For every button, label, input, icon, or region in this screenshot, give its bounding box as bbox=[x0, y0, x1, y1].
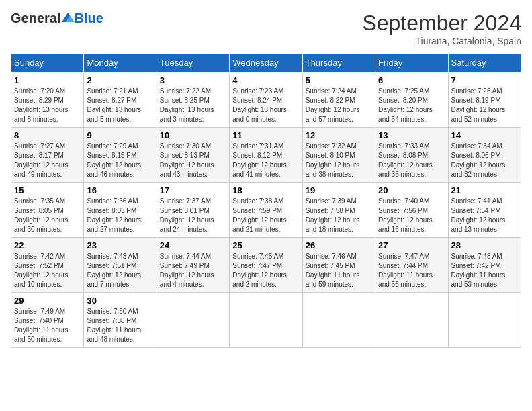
day-info: Sunrise: 7:45 AMSunset: 7:47 PMDaylight:… bbox=[232, 252, 299, 289]
day-info: Sunrise: 7:36 AMSunset: 8:03 PMDaylight:… bbox=[87, 197, 153, 234]
day-cell-11: 11Sunrise: 7:31 AMSunset: 8:12 PMDayligh… bbox=[230, 128, 302, 183]
day-cell-6: 6Sunrise: 7:25 AMSunset: 8:20 PMDaylight… bbox=[375, 73, 448, 128]
day-cell-29: 29Sunrise: 7:49 AMSunset: 7:40 PMDayligh… bbox=[11, 293, 84, 348]
logo: General Blue bbox=[11, 11, 103, 26]
day-info: Sunrise: 7:42 AMSunset: 7:52 PMDaylight:… bbox=[14, 252, 81, 289]
day-cell-4: 4Sunrise: 7:23 AMSunset: 8:24 PMDaylight… bbox=[230, 73, 302, 128]
day-info: Sunrise: 7:47 AMSunset: 7:44 PMDaylight:… bbox=[378, 252, 445, 289]
day-cell-16: 16Sunrise: 7:36 AMSunset: 8:03 PMDayligh… bbox=[84, 183, 157, 238]
day-cell-21: 21Sunrise: 7:41 AMSunset: 7:54 PMDayligh… bbox=[448, 183, 521, 238]
day-cell-22: 22Sunrise: 7:42 AMSunset: 7:52 PMDayligh… bbox=[11, 238, 84, 293]
day-cell-25: 25Sunrise: 7:45 AMSunset: 7:47 PMDayligh… bbox=[230, 238, 302, 293]
day-info: Sunrise: 7:29 AMSunset: 8:15 PMDaylight:… bbox=[87, 142, 153, 179]
weekday-header-row: SundayMondayTuesdayWednesdayThursdayFrid… bbox=[11, 54, 521, 73]
day-number: 26 bbox=[306, 240, 372, 250]
day-info: Sunrise: 7:44 AMSunset: 7:49 PMDaylight:… bbox=[160, 252, 226, 289]
day-cell-3: 3Sunrise: 7:22 AMSunset: 8:25 PMDaylight… bbox=[157, 73, 229, 128]
day-cell-23: 23Sunrise: 7:43 AMSunset: 7:51 PMDayligh… bbox=[84, 238, 157, 293]
day-info: Sunrise: 7:38 AMSunset: 7:59 PMDaylight:… bbox=[232, 197, 299, 234]
day-cell-18: 18Sunrise: 7:38 AMSunset: 7:59 PMDayligh… bbox=[230, 183, 302, 238]
page-header: General Blue September 2024 Tiurana, Cat… bbox=[11, 11, 521, 46]
day-cell-10: 10Sunrise: 7:30 AMSunset: 8:13 PMDayligh… bbox=[157, 128, 229, 183]
day-info: Sunrise: 7:35 AMSunset: 8:05 PMDaylight:… bbox=[14, 197, 81, 234]
day-cell-28: 28Sunrise: 7:48 AMSunset: 7:42 PMDayligh… bbox=[448, 238, 521, 293]
day-info: Sunrise: 7:39 AMSunset: 7:58 PMDaylight:… bbox=[306, 197, 372, 234]
weekday-header-tuesday: Tuesday bbox=[157, 54, 229, 73]
day-number: 7 bbox=[451, 75, 518, 85]
day-number: 15 bbox=[14, 185, 81, 195]
day-cell-2: 2Sunrise: 7:21 AMSunset: 8:27 PMDaylight… bbox=[84, 73, 157, 128]
day-number: 14 bbox=[451, 130, 518, 140]
day-number: 9 bbox=[87, 130, 153, 140]
day-number: 1 bbox=[14, 75, 81, 85]
day-info: Sunrise: 7:34 AMSunset: 8:06 PMDaylight:… bbox=[451, 142, 518, 179]
day-info: Sunrise: 7:20 AMSunset: 8:29 PMDaylight:… bbox=[14, 87, 81, 124]
day-cell-14: 14Sunrise: 7:34 AMSunset: 8:06 PMDayligh… bbox=[448, 128, 521, 183]
day-info: Sunrise: 7:46 AMSunset: 7:45 PMDaylight:… bbox=[306, 252, 372, 289]
day-info: Sunrise: 7:22 AMSunset: 8:25 PMDaylight:… bbox=[160, 87, 226, 124]
day-info: Sunrise: 7:21 AMSunset: 8:27 PMDaylight:… bbox=[87, 87, 153, 124]
location: Tiurana, Catalonia, Spain bbox=[362, 36, 521, 46]
day-info: Sunrise: 7:37 AMSunset: 8:01 PMDaylight:… bbox=[160, 197, 226, 234]
day-cell-17: 17Sunrise: 7:37 AMSunset: 8:01 PMDayligh… bbox=[157, 183, 229, 238]
day-info: Sunrise: 7:31 AMSunset: 8:12 PMDaylight:… bbox=[232, 142, 299, 179]
day-cell-12: 12Sunrise: 7:32 AMSunset: 8:10 PMDayligh… bbox=[302, 128, 375, 183]
day-cell-8: 8Sunrise: 7:27 AMSunset: 8:17 PMDaylight… bbox=[11, 128, 84, 183]
day-cell-9: 9Sunrise: 7:29 AMSunset: 8:15 PMDaylight… bbox=[84, 128, 157, 183]
logo-blue: Blue bbox=[74, 11, 103, 26]
calendar-week-2: 8Sunrise: 7:27 AMSunset: 8:17 PMDaylight… bbox=[11, 128, 521, 183]
day-number: 22 bbox=[14, 240, 81, 250]
day-number: 18 bbox=[232, 185, 299, 195]
day-info: Sunrise: 7:30 AMSunset: 8:13 PMDaylight:… bbox=[160, 142, 226, 179]
weekday-header-thursday: Thursday bbox=[302, 54, 375, 73]
day-cell-5: 5Sunrise: 7:24 AMSunset: 8:22 PMDaylight… bbox=[302, 73, 375, 128]
weekday-header-saturday: Saturday bbox=[448, 54, 521, 73]
day-cell-15: 15Sunrise: 7:35 AMSunset: 8:05 PMDayligh… bbox=[11, 183, 84, 238]
empty-cell bbox=[230, 293, 302, 348]
day-number: 24 bbox=[160, 240, 226, 250]
calendar-table: SundayMondayTuesdayWednesdayThursdayFrid… bbox=[11, 53, 521, 348]
day-info: Sunrise: 7:23 AMSunset: 8:24 PMDaylight:… bbox=[232, 87, 299, 124]
day-cell-13: 13Sunrise: 7:33 AMSunset: 8:08 PMDayligh… bbox=[375, 128, 448, 183]
day-number: 21 bbox=[451, 185, 518, 195]
logo-general: General bbox=[11, 11, 60, 26]
day-number: 2 bbox=[87, 75, 153, 85]
calendar-week-5: 29Sunrise: 7:49 AMSunset: 7:40 PMDayligh… bbox=[11, 293, 521, 348]
day-number: 25 bbox=[232, 240, 299, 250]
day-number: 27 bbox=[378, 240, 445, 250]
day-info: Sunrise: 7:40 AMSunset: 7:56 PMDaylight:… bbox=[378, 197, 445, 234]
day-number: 4 bbox=[232, 75, 299, 85]
day-cell-27: 27Sunrise: 7:47 AMSunset: 7:44 PMDayligh… bbox=[375, 238, 448, 293]
day-number: 3 bbox=[160, 75, 226, 85]
empty-cell bbox=[302, 293, 375, 348]
day-info: Sunrise: 7:43 AMSunset: 7:51 PMDaylight:… bbox=[87, 252, 153, 289]
logo-icon bbox=[62, 13, 74, 22]
day-number: 6 bbox=[378, 75, 445, 85]
day-number: 28 bbox=[451, 240, 518, 250]
day-number: 12 bbox=[306, 130, 372, 140]
weekday-header-monday: Monday bbox=[84, 54, 157, 73]
day-number: 23 bbox=[87, 240, 153, 250]
month-title: September 2024 bbox=[362, 11, 521, 36]
day-number: 16 bbox=[87, 185, 153, 195]
day-number: 11 bbox=[232, 130, 299, 140]
day-info: Sunrise: 7:48 AMSunset: 7:42 PMDaylight:… bbox=[451, 252, 518, 289]
day-number: 10 bbox=[160, 130, 226, 140]
day-info: Sunrise: 7:24 AMSunset: 8:22 PMDaylight:… bbox=[306, 87, 372, 124]
day-cell-26: 26Sunrise: 7:46 AMSunset: 7:45 PMDayligh… bbox=[302, 238, 375, 293]
day-cell-7: 7Sunrise: 7:26 AMSunset: 8:19 PMDaylight… bbox=[448, 73, 521, 128]
day-number: 8 bbox=[14, 130, 81, 140]
day-number: 13 bbox=[378, 130, 445, 140]
day-info: Sunrise: 7:25 AMSunset: 8:20 PMDaylight:… bbox=[378, 87, 445, 124]
day-info: Sunrise: 7:41 AMSunset: 7:54 PMDaylight:… bbox=[451, 197, 518, 234]
day-cell-1: 1Sunrise: 7:20 AMSunset: 8:29 PMDaylight… bbox=[11, 73, 84, 128]
empty-cell bbox=[448, 293, 521, 348]
day-cell-20: 20Sunrise: 7:40 AMSunset: 7:56 PMDayligh… bbox=[375, 183, 448, 238]
day-info: Sunrise: 7:27 AMSunset: 8:17 PMDaylight:… bbox=[14, 142, 81, 179]
day-cell-30: 30Sunrise: 7:50 AMSunset: 7:38 PMDayligh… bbox=[84, 293, 157, 348]
empty-cell bbox=[375, 293, 448, 348]
calendar-week-4: 22Sunrise: 7:42 AMSunset: 7:52 PMDayligh… bbox=[11, 238, 521, 293]
day-info: Sunrise: 7:50 AMSunset: 7:38 PMDaylight:… bbox=[87, 307, 153, 345]
day-number: 20 bbox=[378, 185, 445, 195]
title-block: September 2024 Tiurana, Catalonia, Spain bbox=[362, 11, 521, 46]
